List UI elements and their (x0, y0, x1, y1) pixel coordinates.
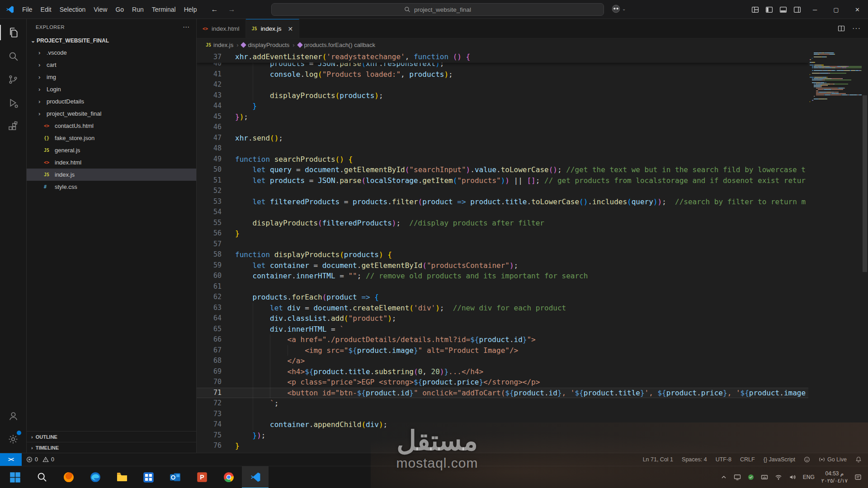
explorer-root-folder[interactable]: ⌄ PROJECT_WEBSITE_FINAL (27, 35, 196, 47)
editor-scrollbar[interactable] (862, 51, 868, 453)
menu-help[interactable]: Help (180, 4, 201, 15)
breadcrumb-item[interactable]: JSindex.js (206, 42, 233, 48)
code-line-57[interactable]: 57 (197, 239, 808, 250)
code-line-63[interactable]: 63 let div = document.createElement('div… (197, 303, 808, 314)
explorer-item-general-js[interactable]: JSgeneral.js (27, 144, 196, 156)
code-line-71[interactable]: 71 <button id="btn-${product.id}" onclic… (197, 388, 808, 399)
settings-button[interactable] (0, 427, 26, 451)
editor-more-actions-icon[interactable]: ··· (852, 24, 861, 33)
code-line-67[interactable]: 67 <img src="${product.image}" alt="Prod… (197, 345, 808, 356)
code-line-56[interactable]: 56} (197, 228, 808, 239)
code-line-44[interactable]: 44 } (197, 101, 808, 112)
code-line-70[interactable]: 70 <p class="price">EGP <strong>${produc… (197, 377, 808, 388)
minimize-button[interactable]: ─ (804, 0, 826, 19)
code-line-58[interactable]: 58function displayProducts(products) { (197, 249, 808, 260)
close-button[interactable]: ✕ (847, 0, 868, 19)
code-line-52[interactable]: 52 (197, 186, 808, 197)
menu-terminal[interactable]: Terminal (148, 4, 180, 15)
hidden-icons-chevron[interactable] (721, 474, 727, 480)
extensions-activity-button[interactable] (0, 115, 26, 138)
tab-index-js[interactable]: JSindex.js✕ (246, 19, 300, 38)
green-status-icon[interactable] (748, 474, 754, 480)
menu-file[interactable]: File (18, 4, 37, 15)
taskbar-clock[interactable]: 04:53 م ٢٠٢٥/٠٤/١٧ (821, 470, 848, 484)
customize-layout-icon[interactable] (751, 6, 759, 14)
accounts-button[interactable] (0, 404, 26, 427)
notification-center-icon[interactable] (854, 474, 862, 481)
code-line-73[interactable]: 73 (197, 409, 808, 420)
tab-index-html[interactable]: <>index.html (197, 19, 246, 38)
volume-icon[interactable] (789, 474, 796, 481)
code-line-75[interactable]: 75 }); (197, 430, 808, 441)
menu-selection[interactable]: Selection (56, 4, 90, 15)
touch-keyboard-icon[interactable] (761, 474, 768, 481)
breadcrumb-item[interactable]: products.forEach() callback (298, 42, 376, 48)
code-line-69[interactable]: 69 <h4>${product.title.substring(0, 20)}… (197, 366, 808, 377)
file-explorer-taskbar-button[interactable] (108, 466, 135, 488)
monitor-icon[interactable] (734, 474, 741, 481)
close-tab-icon[interactable]: ✕ (288, 25, 293, 33)
code-line-47[interactable]: 47xhr.send(); (197, 133, 808, 144)
code-line-54[interactable]: 54 (197, 207, 808, 218)
code-line-74[interactable]: 74 container.appendChild(div); (197, 419, 808, 430)
explorer-item-productdetails[interactable]: ›productDetails (27, 95, 196, 108)
vscode-taskbar-button[interactable] (242, 466, 269, 488)
code-line-53[interactable]: 53 let filteredProducts = products.filte… (197, 197, 808, 207)
explorer-item--vscode[interactable]: ›.vscode (27, 47, 196, 59)
code-line-48[interactable]: 48 (197, 143, 808, 154)
code-line-55[interactable]: 55 displayProducts(filteredProducts); //… (197, 218, 808, 229)
search-activity-button[interactable] (0, 44, 26, 68)
toggle-secondary-sidebar-icon[interactable] (793, 6, 801, 14)
menu-go[interactable]: Go (111, 4, 128, 15)
split-editor-icon[interactable] (838, 25, 845, 32)
firefox-taskbar-button[interactable] (55, 466, 82, 488)
breadcrumb-item[interactable]: displayProducts (241, 42, 289, 48)
code-line-66[interactable]: 66 <a href="./productDetails/details.htm… (197, 334, 808, 345)
explorer-item-project-website-final[interactable]: ›project_website_final (27, 108, 196, 120)
back-arrow-icon[interactable]: ← (211, 5, 218, 14)
status-cursor-position[interactable]: Ln 71, Col 1 (643, 456, 673, 463)
menu-view[interactable]: View (90, 4, 111, 15)
code-line-72[interactable]: 72 `; (197, 398, 808, 409)
explorer-more-actions-icon[interactable]: ⋯ (183, 23, 190, 31)
scrollbar-thumb[interactable] (863, 95, 867, 272)
code-editor[interactable]: 40 products = JSON.parse(xhr.responseTex… (197, 51, 868, 453)
menu-edit[interactable]: Edit (37, 4, 56, 15)
code-line-68[interactable]: 68 </a> (197, 356, 808, 366)
status-encoding[interactable]: UTF-8 (716, 456, 731, 463)
status-notifications[interactable] (855, 456, 862, 463)
source-control-activity-button[interactable] (0, 68, 26, 91)
code-line-41[interactable]: 41 console.log("Products loaded:", produ… (197, 69, 808, 80)
explorer-item-index-html[interactable]: <>index.html (27, 156, 196, 169)
status-eol[interactable]: CRLF (740, 456, 755, 463)
toggle-panel-icon[interactable] (779, 6, 787, 14)
problems-indicator[interactable]: 0 0 (22, 456, 54, 463)
code-line-61[interactable]: 61 (197, 282, 808, 292)
code-line-45[interactable]: 45}); (197, 112, 808, 122)
code-line-51[interactable]: 51 let products = JSON.parse(localStorag… (197, 175, 808, 186)
sticky-scroll-line[interactable]: 37xhr.addEventListener('readystatechange… (197, 51, 808, 63)
minimap[interactable] (808, 51, 862, 453)
outlook-taskbar-button[interactable] (162, 466, 189, 488)
edge-taskbar-button[interactable] (82, 466, 108, 488)
search-taskbar-button[interactable] (28, 466, 55, 488)
code-line-65[interactable]: 65 div.innerHTML = ` (197, 324, 808, 335)
code-line-42[interactable]: 42 (197, 80, 808, 90)
language-indicator[interactable]: ENG (803, 474, 815, 480)
code-line-49[interactable]: 49function searchProducts() { (197, 154, 808, 165)
code-line-46[interactable]: 46 (197, 122, 808, 133)
run-debug-activity-button[interactable] (0, 91, 26, 115)
status-indentation[interactable]: Spaces: 4 (682, 456, 707, 463)
status-go-live[interactable]: Go Live (819, 456, 847, 463)
explorer-item-img[interactable]: ›img (27, 71, 196, 83)
status-language[interactable]: {} JavaScript (764, 456, 795, 463)
code-line-62[interactable]: 62 products.forEach(product => { (197, 292, 808, 303)
explorer-item-contactus-html[interactable]: <>contactUs.html (27, 120, 196, 132)
explorer-item-login[interactable]: ›Login (27, 83, 196, 95)
wifi-icon[interactable] (775, 474, 782, 481)
code-line-43[interactable]: 43 displayProducts(products); (197, 90, 808, 101)
forward-arrow-icon[interactable]: → (228, 5, 235, 14)
code-line-76[interactable]: 76} (197, 441, 808, 451)
status-feedback[interactable] (804, 456, 810, 463)
toggle-sidebar-icon[interactable] (765, 6, 773, 14)
